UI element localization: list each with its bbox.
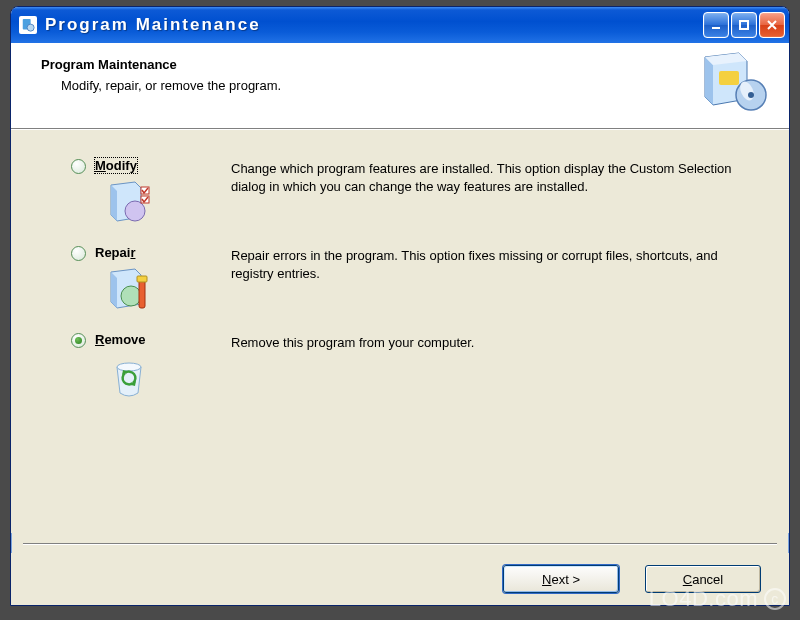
svg-rect-4 bbox=[719, 71, 739, 85]
svg-rect-13 bbox=[137, 276, 147, 282]
options-panel: Modify Change which program features are… bbox=[11, 129, 789, 533]
option-modify[interactable]: Modify Change which program features are… bbox=[71, 158, 741, 227]
page-title: Program Maintenance bbox=[41, 57, 769, 72]
app-icon bbox=[19, 16, 37, 34]
desc-remove: Remove this program from your computer. bbox=[231, 332, 741, 352]
page-subtitle: Modify, repair, or remove the program. bbox=[61, 78, 769, 93]
desc-modify: Change which program features are instal… bbox=[231, 158, 741, 195]
radio-modify[interactable] bbox=[71, 159, 86, 174]
svg-rect-12 bbox=[139, 280, 145, 308]
label-remove: Remove bbox=[95, 332, 146, 347]
repair-icon bbox=[105, 266, 153, 314]
next-button[interactable]: Next > bbox=[503, 565, 619, 593]
titlebar: Program Maintenance bbox=[11, 7, 789, 43]
svg-point-11 bbox=[121, 286, 141, 306]
watermark: LO4D.comc bbox=[649, 586, 786, 612]
installer-box-icon bbox=[697, 51, 771, 115]
minimize-button[interactable] bbox=[703, 12, 729, 38]
svg-rect-3 bbox=[740, 21, 748, 29]
svg-point-8 bbox=[125, 201, 145, 221]
remove-icon bbox=[105, 353, 153, 401]
option-remove[interactable]: Remove Remove this program from your com… bbox=[71, 332, 741, 401]
close-button[interactable] bbox=[759, 12, 785, 38]
svg-point-7 bbox=[748, 92, 754, 98]
modify-icon bbox=[105, 179, 153, 227]
label-modify: Modify bbox=[95, 158, 137, 173]
desc-repair: Repair errors in the program. This optio… bbox=[231, 245, 741, 282]
svg-rect-2 bbox=[712, 27, 720, 29]
header-panel: Program Maintenance Modify, repair, or r… bbox=[11, 43, 789, 129]
label-repair: Repair bbox=[95, 245, 135, 260]
footer-separator bbox=[23, 543, 777, 545]
header-text: Program Maintenance Modify, repair, or r… bbox=[41, 57, 769, 93]
svg-point-14 bbox=[117, 363, 141, 371]
radio-repair[interactable] bbox=[71, 246, 86, 261]
window-controls bbox=[703, 12, 785, 38]
svg-point-1 bbox=[27, 24, 34, 31]
maximize-button[interactable] bbox=[731, 12, 757, 38]
option-repair[interactable]: Repair Repair errors in the program. Thi… bbox=[71, 245, 741, 314]
window-title: Program Maintenance bbox=[45, 15, 703, 35]
dialog-window: Program Maintenance Program Maintenance … bbox=[10, 6, 790, 606]
radio-remove[interactable] bbox=[71, 333, 86, 348]
